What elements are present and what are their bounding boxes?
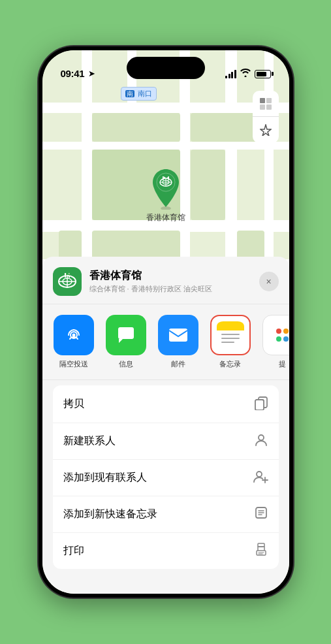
- location-button[interactable]: [253, 117, 279, 143]
- messages-label: 信息: [119, 359, 133, 369]
- venue-info: 香港体育馆 综合体育馆 · 香港特别行政区 油尖旺区: [89, 269, 251, 294]
- more-label: 提: [279, 359, 286, 369]
- copy-icon: [254, 394, 268, 413]
- map-venue-name: 香港体育馆: [146, 212, 185, 223]
- action-new-contact-text: 新建联系人: [63, 434, 116, 448]
- signal-bars: [225, 70, 236, 78]
- action-copy-text: 拷贝: [63, 397, 84, 411]
- phone-frame: 09:41 ➤: [39, 46, 293, 598]
- svg-rect-24: [169, 329, 187, 342]
- venue-subtitle: 综合体育馆 · 香港特别行政区 油尖旺区: [89, 284, 251, 294]
- venue-label-map: 南 南口: [121, 87, 157, 101]
- svg-rect-33: [255, 400, 264, 410]
- map-pin: 香港体育馆: [146, 168, 185, 223]
- venue-title: 香港体育馆: [89, 269, 251, 283]
- svg-point-34: [259, 435, 264, 440]
- action-new-contact[interactable]: 新建联系人: [53, 423, 279, 460]
- airdrop-label: 隔空投送: [59, 359, 88, 369]
- action-add-to-contact-text: 添加到现有联系人: [63, 471, 147, 485]
- print-icon: [254, 542, 268, 560]
- close-button[interactable]: ×: [259, 272, 279, 291]
- share-item-messages[interactable]: 信息: [105, 315, 147, 369]
- notes-icon-wrap: [210, 315, 251, 355]
- share-item-notes[interactable]: 备忘录: [210, 315, 251, 369]
- mail-icon-wrap: [158, 315, 198, 355]
- action-quick-note[interactable]: 添加到新快速备忘录: [53, 496, 279, 533]
- svg-rect-43: [258, 543, 264, 547]
- mail-label: 邮件: [171, 359, 185, 369]
- wifi-icon: [240, 69, 251, 79]
- bottom-sheet: 香港体育馆 综合体育馆 · 香港特别行政区 油尖旺区 ×: [42, 257, 289, 594]
- battery-icon: [255, 70, 271, 78]
- venue-label-text: 南口: [138, 89, 152, 97]
- dynamic-island: [127, 57, 205, 79]
- messages-icon-wrap: [106, 315, 146, 355]
- svg-rect-3: [266, 105, 272, 110]
- svg-rect-18: [65, 273, 66, 278]
- share-item-airdrop[interactable]: 隔空投送: [53, 315, 95, 369]
- action-print-text: 打印: [63, 544, 84, 558]
- action-list: 拷贝 新建联系人: [53, 385, 279, 569]
- svg-rect-10: [163, 176, 164, 180]
- location-icon: ➤: [88, 69, 95, 78]
- more-icon-wrap: [262, 315, 289, 355]
- svg-rect-2: [260, 105, 265, 110]
- svg-point-23: [72, 334, 75, 337]
- person-add-icon: [253, 469, 268, 487]
- note-icon: [254, 506, 268, 523]
- share-item-more[interactable]: 提: [262, 315, 289, 369]
- status-icons: [225, 69, 271, 79]
- status-time: 09:41: [61, 68, 85, 79]
- notes-label: 备忘录: [219, 359, 241, 369]
- svg-point-35: [257, 472, 262, 477]
- svg-rect-0: [260, 98, 265, 103]
- action-print[interactable]: 打印: [53, 533, 279, 569]
- person-icon: [254, 432, 268, 450]
- share-row: 隔空投送 信息: [42, 304, 289, 380]
- phone-screen: 09:41 ➤: [42, 50, 289, 594]
- sheet-header: 香港体育馆 综合体育馆 · 香港特别行政区 油尖旺区 ×: [42, 257, 289, 304]
- map-type-button[interactable]: [253, 91, 279, 117]
- svg-rect-27: [217, 327, 244, 330]
- action-copy[interactable]: 拷贝: [53, 385, 279, 423]
- share-item-mail[interactable]: 邮件: [157, 315, 199, 369]
- venue-label-prefix: 南: [125, 90, 134, 97]
- airdrop-icon-wrap: [54, 315, 94, 355]
- map-controls: [253, 91, 279, 143]
- action-quick-note-text: 添加到新快速备忘录: [63, 507, 157, 521]
- action-add-to-contact[interactable]: 添加到现有联系人: [53, 460, 279, 496]
- svg-rect-1: [266, 98, 272, 103]
- venue-avatar: [53, 267, 82, 296]
